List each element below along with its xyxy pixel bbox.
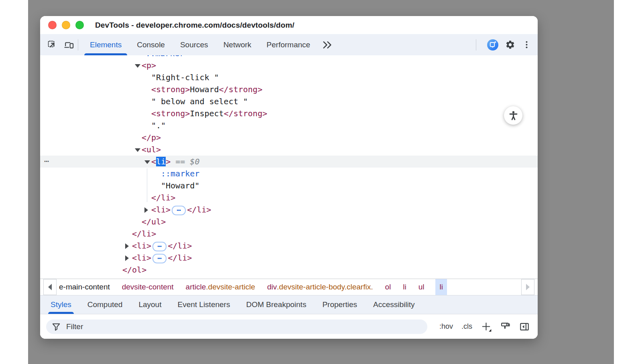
tab-performance[interactable]: Performance <box>259 34 318 55</box>
tab-properties[interactable]: Properties <box>314 295 365 314</box>
ellipsis-adorner[interactable] <box>152 254 167 263</box>
accessibility-icon <box>508 110 519 121</box>
dom-tree-row[interactable]: <strong>Howard</strong> <box>40 83 538 95</box>
styles-sidebar-tabs: StylesComputedLayoutEvent ListenersDOM B… <box>40 295 538 314</box>
devtools-window: DevTools - developer.chrome.com/docs/dev… <box>40 16 538 339</box>
breadcrumb-item-ul[interactable]: ul <box>418 279 425 295</box>
token-dollar: $0 <box>190 157 199 166</box>
dom-tree-row-content: "Howard" <box>40 180 538 192</box>
filter-input[interactable] <box>65 322 412 332</box>
dom-tree-row[interactable]: <li></li> <box>40 240 538 252</box>
breadcrumb-part: ol <box>385 283 391 291</box>
dom-tree-row-selected[interactable]: ⋯<li> == $0 <box>40 156 538 168</box>
token-tag: </li> <box>168 253 192 263</box>
close-window-button[interactable] <box>48 21 57 29</box>
dom-tree-row[interactable]: <p> <box>40 59 538 71</box>
breadcrumb-item-devsite-content[interactable]: devsite-content <box>121 279 175 295</box>
elements-dom-tree: ::marker<p>"Right-click "<strong>Howard<… <box>40 55 538 279</box>
dom-tree-row[interactable]: </ol> <box>40 264 538 276</box>
accessibility-overlay-button[interactable] <box>504 106 522 125</box>
new-style-rule-button[interactable] <box>481 321 492 332</box>
gear-icon[interactable] <box>505 40 515 50</box>
dom-tree-row-content: ::marker <box>40 55 538 59</box>
tab-sources[interactable]: Sources <box>173 34 216 55</box>
toolbar-divider-right <box>476 39 476 51</box>
kebab-menu-icon[interactable] <box>522 40 531 49</box>
breadcrumb-part: e-main-content <box>59 283 110 291</box>
tab-event-listeners[interactable]: Event Listeners <box>169 295 238 314</box>
tab-computed[interactable]: Computed <box>79 295 131 314</box>
toggle-element-state-button[interactable]: :hov <box>439 322 453 331</box>
token-text: "Right-click " <box>151 73 219 82</box>
dom-tree-row[interactable]: <strong>Inspect</strong> <box>40 107 538 119</box>
disclosure-expanded-icon[interactable] <box>135 144 142 156</box>
ellipsis-adorner[interactable] <box>172 206 186 215</box>
minimize-window-button[interactable] <box>62 21 70 29</box>
token-tag: <li> <box>132 241 151 251</box>
breadcrumb-scroll-right-button[interactable] <box>521 279 534 295</box>
dom-tree-row[interactable]: <ul> <box>40 144 538 156</box>
dom-tree-row[interactable]: ::marker <box>40 168 538 180</box>
dom-tree-row-content: <li> == $0 <box>40 156 538 168</box>
tab-console[interactable]: Console <box>129 34 173 55</box>
dom-tree-row[interactable]: <li></li> <box>40 204 538 216</box>
dom-tree-row[interactable]: <li></li> <box>40 252 538 264</box>
breadcrumb-item-ol[interactable]: ol <box>384 279 392 295</box>
dom-tree-row[interactable]: </p> <box>40 131 538 144</box>
token-hl: li <box>156 157 166 166</box>
dom-tree-row[interactable]: ::marker <box>40 55 538 59</box>
more-tabs-icon[interactable] <box>318 40 337 49</box>
disclosure-expanded-icon[interactable] <box>144 156 151 168</box>
breadcrumb-item-e-main-content[interactable]: e-main-content <box>58 279 111 295</box>
tab-dom-breakpoints[interactable]: DOM Breakpoints <box>238 295 314 314</box>
breadcrumb-item-div-devsite-article-body-clearfix-[interactable]: div.devsite-article-body.clearfix. <box>266 279 374 295</box>
device-toolbar-icon[interactable] <box>64 40 74 49</box>
dom-tree-row[interactable]: "Right-click " <box>40 71 538 83</box>
dom-tree-row[interactable]: " below and select " <box>40 95 538 107</box>
paint-roller-icon[interactable] <box>500 322 511 332</box>
tab-network[interactable]: Network <box>216 34 259 55</box>
tab-elements[interactable]: Elements <box>82 34 129 55</box>
dom-tree-row[interactable]: "Howard" <box>40 180 538 192</box>
element-classes-button[interactable]: .cls <box>461 322 472 331</box>
breadcrumb-item-article-devsite-article[interactable]: article.devsite-article <box>185 279 256 295</box>
token-tag: <strong> <box>151 85 190 94</box>
dom-tree-row[interactable]: "." <box>40 119 538 131</box>
breadcrumb-part: div <box>267 283 277 291</box>
disclosure-collapsed-icon[interactable] <box>144 204 151 216</box>
styles-filter-bar: :hov .cls <box>40 314 538 339</box>
disclosure-expanded-icon[interactable] <box>135 60 142 72</box>
token-text: Inspect <box>190 109 223 118</box>
dom-tree-row-content: <strong>Howard</strong> <box>40 83 538 95</box>
breadcrumb-item-li[interactable]: li <box>402 279 407 295</box>
token-tag: </p> <box>142 133 161 142</box>
breadcrumb-part: .devsite-article <box>206 283 255 291</box>
dom-tree-row[interactable]: </ul> <box>40 216 538 228</box>
selected-row-hint-dots: ⋯ <box>44 156 49 168</box>
toggle-sidebar-button[interactable] <box>519 322 530 332</box>
breadcrumb-scroll-left-button[interactable] <box>43 279 57 295</box>
dom-tree-row[interactable]: </li> <box>40 228 538 240</box>
disclosure-collapsed-icon[interactable] <box>125 241 132 253</box>
token-text: "." <box>151 121 166 130</box>
dom-tree-row-content: " below and select " <box>40 95 538 107</box>
breadcrumb-part: .devsite-article-body.clearfix. <box>277 283 373 291</box>
disclosure-collapsed-icon[interactable] <box>125 253 132 265</box>
tab-styles[interactable]: Styles <box>43 295 79 314</box>
inspect-element-icon[interactable] <box>47 40 57 49</box>
token-tag: </li> <box>187 205 211 214</box>
token-tag: </li> <box>151 193 175 202</box>
panel-tabs: ElementsConsoleSourcesNetworkPerformance <box>82 34 318 55</box>
window-controls <box>48 21 84 29</box>
dom-tree-row-content: </li> <box>40 228 538 240</box>
dom-tree-row-content: "." <box>40 119 538 131</box>
dom-tree-row[interactable]: </li> <box>40 192 538 204</box>
ellipsis-adorner[interactable] <box>152 242 167 251</box>
tab-layout[interactable]: Layout <box>130 295 169 314</box>
breadcrumb-item-li[interactable]: li <box>435 279 447 295</box>
token-text: Howard <box>190 85 219 94</box>
breadcrumb: e-main-contentdevsite-contentarticle.dev… <box>40 279 538 295</box>
ai-assistant-icon[interactable] <box>487 39 498 51</box>
tab-accessibility[interactable]: Accessibility <box>365 295 423 314</box>
zoom-window-button[interactable] <box>75 21 84 29</box>
